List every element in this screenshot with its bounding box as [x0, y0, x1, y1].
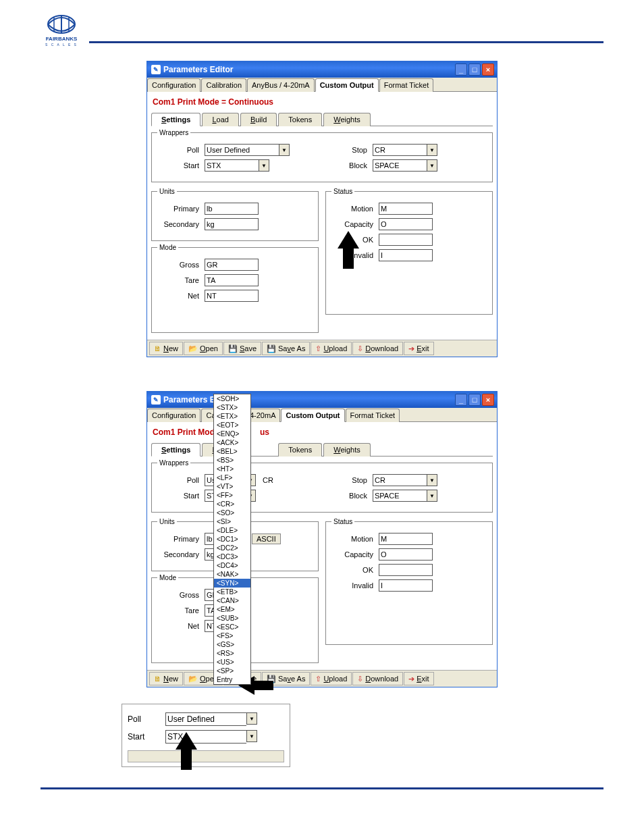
upload-button[interactable]: ⇧Upload	[311, 672, 352, 685]
minimize-button[interactable]: _	[455, 394, 467, 406]
dropdown-option[interactable]: <US>	[214, 658, 250, 667]
subtab-build[interactable]: Build	[240, 113, 277, 126]
tab-format-ticket[interactable]: Format Ticket	[346, 409, 400, 422]
gross-input[interactable]	[205, 259, 259, 271]
dropdown-option[interactable]: <EM>	[214, 605, 250, 614]
chevron-down-icon[interactable]: ▼	[427, 159, 437, 172]
block-value[interactable]	[373, 159, 427, 172]
net-input[interactable]	[205, 290, 259, 302]
chevron-down-icon[interactable]: ▼	[246, 712, 257, 725]
start-select[interactable]: ▼	[205, 159, 269, 172]
dropdown-option[interactable]: <SO>	[214, 509, 250, 517]
subtab-settings[interactable]: Settings	[151, 113, 200, 126]
dropdown-option[interactable]: <CR>	[214, 500, 250, 509]
subtab-weights[interactable]: Weights	[323, 113, 371, 126]
new-button[interactable]: 🗎New	[149, 672, 183, 685]
tab-calibration[interactable]: Calibration	[201, 78, 246, 92]
dropdown-option[interactable]: <DLE>	[214, 526, 250, 535]
dropdown-option[interactable]: <ETB>	[214, 588, 250, 596]
dropdown-option[interactable]: <ESC>	[214, 623, 250, 631]
upload-button[interactable]: ⇧Upload	[311, 342, 352, 355]
dropdown-option[interactable]: <STX>	[214, 403, 250, 412]
dropdown-option[interactable]: <LF>	[214, 473, 250, 482]
subtab-tokens[interactable]: Tokens	[278, 113, 322, 126]
maximize-button[interactable]: □	[468, 63, 481, 76]
dropdown-option[interactable]: <DC2>	[214, 544, 250, 552]
dropdown-option[interactable]: <DC1>	[214, 535, 250, 544]
subtab-load[interactable]: Load	[202, 113, 238, 126]
block-select-2[interactable]: ▼	[373, 490, 437, 502]
dropdown-option[interactable]: <HT>	[214, 465, 250, 473]
dropdown-option[interactable]: Entry	[214, 675, 250, 684]
motion-input-2[interactable]	[379, 533, 433, 545]
download-button[interactable]: ⇩Download	[352, 672, 403, 685]
save-button[interactable]: 💾Save	[223, 342, 261, 355]
maximize-button[interactable]: □	[468, 394, 481, 406]
dropdown-option[interactable]: <SP>	[214, 667, 250, 675]
ascii-button[interactable]: ASCII	[252, 533, 281, 544]
dropdown-option[interactable]: <SYN>	[214, 579, 250, 588]
primary-input[interactable]	[205, 203, 259, 215]
dropdown-option[interactable]: <BEL>	[214, 447, 250, 456]
dropdown-option[interactable]: <ENQ>	[214, 429, 250, 438]
dropdown-option[interactable]: <ETX>	[214, 412, 250, 421]
stop-select-2[interactable]: ▼	[373, 474, 437, 486]
capacity-input-2[interactable]	[379, 548, 433, 561]
chevron-down-icon[interactable]: ▼	[259, 159, 269, 172]
chevron-down-icon[interactable]: ▼	[279, 144, 290, 156]
motion-input[interactable]	[379, 203, 433, 215]
download-button[interactable]: ⇩Download	[352, 342, 403, 355]
capacity-input[interactable]	[379, 218, 433, 230]
close-button[interactable]: ×	[482, 394, 494, 406]
dropdown-option[interactable]: <DC3>	[214, 552, 250, 561]
block-select[interactable]: ▼	[373, 159, 437, 172]
snippet-poll-value[interactable]	[165, 712, 246, 726]
close-button[interactable]: ×	[482, 63, 494, 76]
dropdown-option[interactable]: <SUB>	[214, 614, 250, 623]
stop-value[interactable]	[373, 144, 427, 156]
dropdown-option[interactable]: <SI>	[214, 517, 250, 526]
dropdown-option[interactable]: <CAN>	[214, 596, 250, 605]
new-button[interactable]: 🗎New	[149, 342, 183, 355]
chevron-down-icon[interactable]: ▼	[427, 490, 437, 502]
start-dropdown-list[interactable]: <SOH><STX><ETX><EOT><ENQ><ACK><BEL><BS><…	[213, 394, 251, 685]
dropdown-option[interactable]: <GS>	[214, 640, 250, 649]
start-value[interactable]	[205, 159, 259, 172]
tare-input[interactable]	[205, 274, 259, 286]
tab-configuration[interactable]: Configuration	[147, 78, 200, 92]
saveas-button[interactable]: 💾Save As	[262, 342, 310, 355]
titlebar[interactable]: ✎ Parameters Editor _ □ ×	[147, 61, 497, 78]
stop-select[interactable]: ▼	[373, 144, 437, 156]
poll-select[interactable]: ▼	[205, 144, 290, 156]
chevron-down-icon[interactable]: ▼	[427, 144, 437, 156]
dropdown-option[interactable]: <VT>	[214, 482, 250, 491]
tab-configuration[interactable]: Configuration	[147, 409, 200, 422]
tab-format-ticket[interactable]: Format Ticket	[379, 78, 434, 92]
snippet-poll-select[interactable]: ▼	[165, 712, 257, 726]
invalid-input[interactable]	[379, 249, 433, 261]
tab-custom-output[interactable]: Custom Output	[315, 78, 379, 92]
dropdown-option[interactable]: <SOH>	[214, 394, 250, 403]
tab-custom-output[interactable]: Custom Output	[281, 409, 344, 422]
dropdown-option[interactable]: <EOT>	[214, 421, 250, 429]
subtab-weights[interactable]: Weights	[323, 443, 371, 457]
open-button[interactable]: 📂Open	[184, 342, 223, 355]
chevron-down-icon[interactable]: ▼	[246, 730, 257, 742]
dropdown-option[interactable]: <FF>	[214, 491, 250, 500]
invalid-input-2[interactable]	[379, 579, 433, 592]
tab-anybus[interactable]: AnyBus / 4-20mA	[247, 78, 315, 92]
exit-button[interactable]: ➔Exit	[404, 672, 433, 685]
chevron-down-icon[interactable]: ▼	[427, 474, 437, 486]
exit-button[interactable]: ➔Exit	[404, 342, 433, 355]
dropdown-option[interactable]: <FS>	[214, 631, 250, 640]
dropdown-option[interactable]: <ACK>	[214, 438, 250, 447]
poll-value[interactable]	[205, 144, 279, 156]
dropdown-option[interactable]: <DC4>	[214, 561, 250, 570]
dropdown-option[interactable]: <BS>	[214, 456, 250, 465]
minimize-button[interactable]: _	[455, 63, 467, 76]
dropdown-option[interactable]: <NAK>	[214, 570, 250, 579]
dropdown-option[interactable]: <RS>	[214, 649, 250, 658]
ok-input-2[interactable]	[379, 564, 433, 576]
subtab-settings[interactable]: Settings	[151, 443, 200, 457]
ok-input[interactable]	[379, 234, 433, 246]
